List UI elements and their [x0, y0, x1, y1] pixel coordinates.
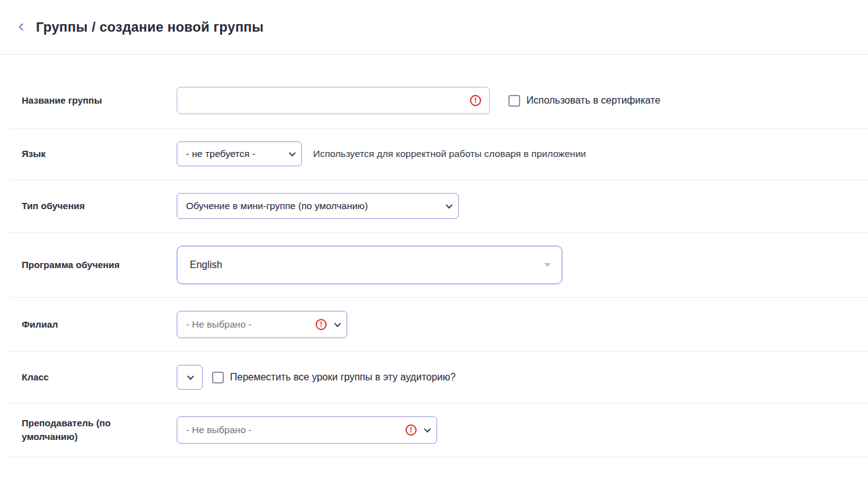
certificate-checkbox-row[interactable]: Использовать в сертификате	[508, 95, 660, 107]
classroom-select[interactable]	[177, 365, 203, 390]
back-button[interactable]	[14, 19, 31, 36]
form-row-training-type: Тип обучения Обучение в мини-группе (по …	[9, 180, 868, 233]
teacher-select[interactable]: - Не выбрано - !	[177, 416, 437, 444]
create-group-form: Название группы ! Использовать в сертифи…	[0, 55, 868, 457]
chevron-down-icon	[446, 202, 453, 208]
warning-icon: !	[470, 95, 481, 106]
field-label-language: Язык	[22, 147, 177, 161]
group-name-input[interactable]	[177, 87, 490, 114]
warning-icon: !	[316, 319, 327, 330]
program-selected-value: English	[190, 259, 537, 271]
branch-select[interactable]: - Не выбрано - !	[177, 311, 347, 338]
training-type-selected-value: Обучение в мини-группе (по умолчанию)	[186, 200, 438, 212]
chevron-down-icon	[424, 426, 431, 432]
form-row-teacher: Преподаватель (по умолчанию) - Не выбран…	[9, 403, 868, 457]
move-lessons-checkbox-row[interactable]: Переместить все уроки группы в эту аудит…	[212, 372, 456, 383]
language-selected-value: - не требуется -	[186, 148, 281, 159]
branch-selected-value: - Не выбрано -	[186, 319, 306, 330]
field-label-program: Программа обучения	[22, 258, 177, 272]
certificate-checkbox-label: Использовать в сертификате	[526, 95, 660, 106]
page-title: Группы / создание новой группы	[36, 19, 264, 35]
field-label-group-name: Название группы	[22, 94, 177, 107]
page-header: Группы / создание новой группы	[0, 0, 868, 55]
training-type-select[interactable]: Обучение в мини-группе (по умолчанию)	[177, 193, 459, 219]
form-row-language: Язык - не требуется - Используется для к…	[9, 128, 868, 180]
field-label-classroom: Класс	[22, 370, 177, 384]
chevron-left-icon	[19, 23, 27, 31]
program-select[interactable]: English	[177, 246, 562, 284]
form-row-classroom: Класс Переместить все уроки группы в эту…	[9, 352, 868, 403]
field-label-branch: Филиал	[22, 318, 177, 331]
warning-icon: !	[405, 424, 417, 436]
certificate-checkbox[interactable]	[508, 95, 520, 107]
teacher-selected-value: - Не выбрано -	[186, 424, 396, 436]
language-select[interactable]: - не требуется -	[177, 141, 302, 166]
form-row-group-name: Название группы ! Использовать в сертифи…	[9, 55, 868, 128]
field-label-teacher: Преподаватель (по умолчанию)	[22, 416, 177, 444]
chevron-down-icon	[334, 320, 341, 327]
move-lessons-checkbox-label: Переместить все уроки группы в эту аудит…	[230, 372, 456, 383]
form-row-program: Программа обучения English	[9, 233, 868, 298]
group-name-input-wrapper: !	[177, 87, 490, 114]
field-label-training-type: Тип обучения	[22, 199, 177, 213]
chevron-down-icon	[187, 373, 194, 380]
caret-down-icon	[544, 263, 551, 267]
move-lessons-checkbox[interactable]	[212, 372, 224, 383]
language-hint-text: Используется для корректной работы слова…	[313, 148, 586, 159]
chevron-down-icon	[289, 150, 296, 156]
form-row-branch: Филиал - Не выбрано - !	[9, 298, 868, 352]
